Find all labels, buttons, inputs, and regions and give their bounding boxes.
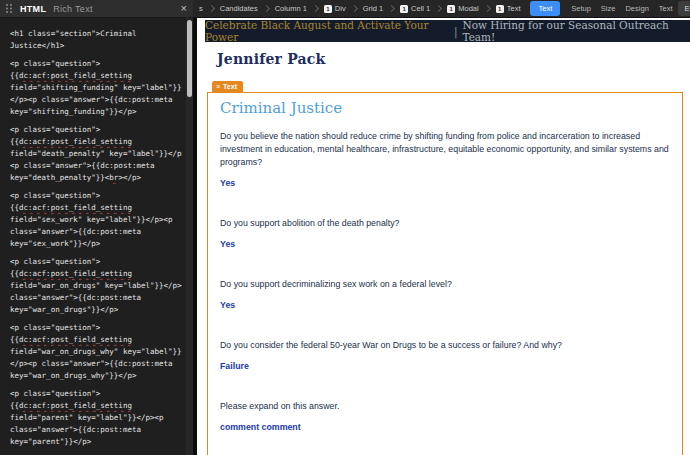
tab-text-active[interactable]: Text xyxy=(530,1,560,16)
chevron-right-icon xyxy=(312,5,319,12)
breadcrumb-item-modal[interactable]: 1Modal xyxy=(445,4,480,13)
code-line[interactable]: <p class="question"> xyxy=(10,58,182,70)
code-line[interactable]: {{dc:acf:post_field_setting xyxy=(10,334,182,346)
code-line[interactable]: key="sex_work"}}</p> xyxy=(10,238,182,250)
code-line[interactable]: </p><p class="answer">{{dc:post:meta xyxy=(10,94,182,106)
selected-element-badge[interactable]: ≡ Text xyxy=(212,81,243,92)
breadcrumb-item-grid-1[interactable]: Grid 1 xyxy=(361,4,385,13)
tab-setup[interactable]: Setup xyxy=(566,4,596,13)
code-line[interactable]: {{dc:acf:post_field_setting xyxy=(10,70,182,82)
code-line[interactable]: {{dc:acf:post_field_setting xyxy=(10,136,182,148)
tab-size[interactable]: Size xyxy=(596,4,621,13)
breadcrumb-item-s[interactable]: s xyxy=(197,4,205,13)
code-line[interactable]: class="answer">{{dc:post:meta xyxy=(10,424,182,436)
chevron-right-icon xyxy=(263,5,270,12)
code-line[interactable]: field="sex_work" key="label"}}</p><p xyxy=(10,214,182,226)
text-element-icon: ≡ xyxy=(216,83,220,90)
code-line[interactable]: key="parent"}}</p> xyxy=(10,436,182,448)
code-line[interactable]: field="death_penalty" key="label"}}</p> xyxy=(10,148,182,160)
code-editor[interactable]: <h1 class="section">CriminalJustice</h1>… xyxy=(0,18,186,455)
breadcrumb-item-div[interactable]: 1Div xyxy=(322,4,348,13)
code-line[interactable]: <p class="question"> xyxy=(10,124,182,136)
qa-list: Do you believe the nation should reduce … xyxy=(220,130,670,455)
code-line[interactable]: <p class="answer">{{dc:post:meta xyxy=(10,160,182,172)
answer-text: Yes xyxy=(220,177,670,190)
breadcrumb-item-column-1[interactable]: Column 1 xyxy=(273,4,309,13)
code-line[interactable]: key="death_penalty"}}<br></p> xyxy=(10,172,182,184)
code-line[interactable]: key="war_on_drugs"}}</p> xyxy=(10,304,182,316)
answer-text: Yes xyxy=(220,238,670,251)
page-preview[interactable]: Celebrate Black August and Activate Your… xyxy=(197,18,690,455)
question-text: Do you support abolition of the death pe… xyxy=(220,217,670,230)
answer-text: Failure xyxy=(220,360,670,373)
code-line[interactable]: key="shifting_funding"}}</p> xyxy=(10,106,182,118)
question-text: Do you support decriminalizing sex work … xyxy=(220,278,670,291)
announcement-banner: Celebrate Black August and Activate Your… xyxy=(205,20,690,42)
breadcrumb-item-cell-1[interactable]: 1Cell 1 xyxy=(398,4,432,13)
top-bar: HTML Rich Text × sCandidatesColumn 11Div… xyxy=(0,0,690,18)
tab-rich-text[interactable]: Rich Text xyxy=(53,4,93,14)
chevron-right-icon xyxy=(351,5,358,12)
code-line[interactable]: key="war_on_drugs_why"}}</p> xyxy=(10,370,182,382)
answer-text: Yes xyxy=(220,299,670,312)
code-line[interactable]: <p class="question"> xyxy=(10,322,182,334)
breadcrumb-item-label: Grid 1 xyxy=(363,4,383,13)
code-line[interactable]: {{dc:acf:post_field_setting xyxy=(10,268,182,280)
breadcrumb-item-label: Div xyxy=(335,4,346,13)
effects-button[interactable]: Effects xyxy=(678,1,690,16)
element-type-icon: 1 xyxy=(496,5,504,13)
tab-html[interactable]: HTML xyxy=(20,4,46,14)
code-line[interactable]: </p><p class="answer">{{dc:post:meta xyxy=(10,358,182,370)
topbar-buttons: EffectsCustomize xyxy=(678,1,690,16)
breadcrumb: sCandidatesColumn 11DivGrid 11Cell 11Mod… xyxy=(197,4,522,13)
code-line[interactable]: field="parent" key="label"}}</p><p xyxy=(10,412,182,424)
code-line[interactable]: <p class="question"> xyxy=(10,388,182,400)
breadcrumb-item-candidates[interactable]: Candidates xyxy=(218,4,260,13)
breadcrumb-item-label: s xyxy=(199,4,203,13)
code-panel-header: HTML Rich Text × xyxy=(0,0,193,18)
code-line[interactable]: {{dc:acf:post_field_setting xyxy=(10,202,182,214)
tab-design[interactable]: Design xyxy=(620,4,653,13)
tab-text[interactable]: Text xyxy=(654,4,678,13)
settings-tabs: SetupSizeDesignText xyxy=(566,4,677,13)
code-line[interactable]: {{dc:acf:post_field_setting xyxy=(10,400,182,412)
question-text: Please expand on this answer. xyxy=(220,400,670,413)
code-line[interactable]: <p class="question"> xyxy=(10,256,182,268)
code-line[interactable]: Justice</h1> xyxy=(10,40,182,52)
breadcrumb-item-label: Text xyxy=(507,4,521,13)
main-area: <h1 class="section">CriminalJustice</h1>… xyxy=(0,18,690,455)
chevron-right-icon xyxy=(388,5,395,12)
banner-divider: | xyxy=(454,25,458,37)
element-type-icon: 1 xyxy=(324,5,332,13)
answer-text: comment comment xyxy=(220,421,670,434)
chevron-right-icon xyxy=(484,5,491,12)
close-icon[interactable]: × xyxy=(181,3,187,14)
chevron-right-icon xyxy=(208,5,215,12)
element-type-icon: 1 xyxy=(400,5,408,13)
question-text: Do you believe the nation should reduce … xyxy=(220,130,670,169)
candidate-name-heading: Jennifer Pack xyxy=(217,51,690,67)
code-line[interactable]: <h1 class="section">Criminal xyxy=(10,28,182,40)
breadcrumb-item-label: Modal xyxy=(458,4,478,13)
breadcrumb-item-label: Column 1 xyxy=(275,4,307,13)
banner-link[interactable]: Celebrate Black August and Activate Your… xyxy=(205,19,449,43)
code-line[interactable]: field="war_on_drugs_why" key="label"}} xyxy=(10,346,182,358)
section-title: Criminal Justice xyxy=(220,99,670,117)
selected-text-element[interactable]: Criminal Justice Do you believe the nati… xyxy=(207,92,683,455)
question-text: Do you consider the federal 50-year War … xyxy=(220,339,670,352)
code-scrollbar-thumb[interactable] xyxy=(187,20,192,97)
breadcrumb-item-label: Candidates xyxy=(220,4,258,13)
code-line[interactable]: <p class="question"> xyxy=(10,190,182,202)
code-scrollbar[interactable] xyxy=(186,18,193,455)
code-line[interactable]: class="answer">{{dc:post:meta xyxy=(10,292,182,304)
chevron-right-icon xyxy=(435,5,442,12)
code-line[interactable]: class="answer">{{dc:post:meta xyxy=(10,226,182,238)
breadcrumb-bar: sCandidatesColumn 11DivGrid 11Cell 11Mod… xyxy=(193,0,690,18)
code-line[interactable]: field="war_on_drugs" key="label"}}</p><p xyxy=(10,280,182,292)
banner-text: Now Hiring for our Seasonal Outreach Tea… xyxy=(462,19,690,43)
breadcrumb-item-text[interactable]: 1Text xyxy=(494,4,523,13)
drag-handle-icon[interactable] xyxy=(6,4,13,13)
breadcrumb-item-label: Cell 1 xyxy=(411,4,430,13)
selected-element-badge-label: Text xyxy=(223,83,237,90)
code-line[interactable]: field="shifting_funding" key="label"}} xyxy=(10,82,182,94)
